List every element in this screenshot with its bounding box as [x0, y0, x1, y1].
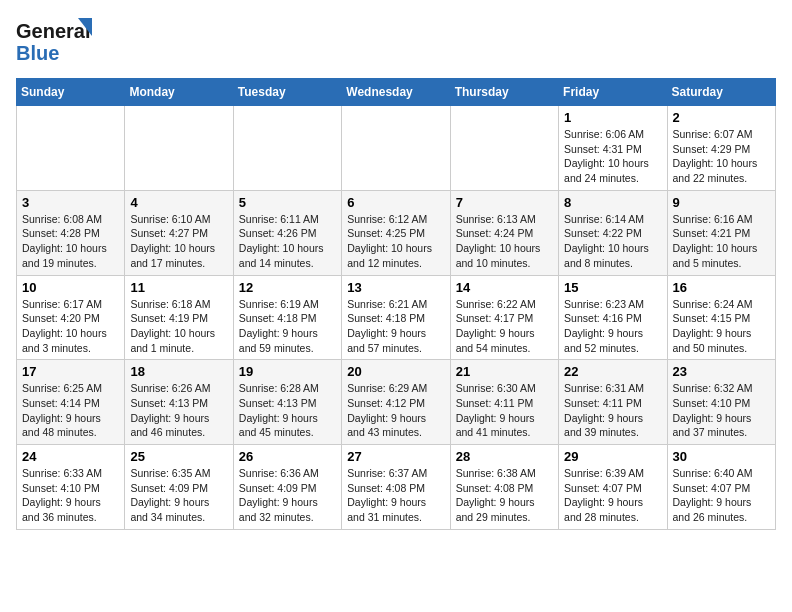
calendar-week-row: 17Sunrise: 6:25 AM Sunset: 4:14 PM Dayli…	[17, 360, 776, 445]
day-info: Sunrise: 6:29 AM Sunset: 4:12 PM Dayligh…	[347, 381, 444, 440]
day-number: 10	[22, 280, 119, 295]
calendar-cell: 11Sunrise: 6:18 AM Sunset: 4:19 PM Dayli…	[125, 275, 233, 360]
day-info: Sunrise: 6:10 AM Sunset: 4:27 PM Dayligh…	[130, 212, 227, 271]
weekday-header: Friday	[559, 79, 667, 106]
calendar-cell: 8Sunrise: 6:14 AM Sunset: 4:22 PM Daylig…	[559, 190, 667, 275]
calendar-cell	[17, 106, 125, 191]
day-number: 12	[239, 280, 336, 295]
logo: GeneralBlue	[16, 16, 96, 66]
day-number: 23	[673, 364, 770, 379]
day-info: Sunrise: 6:21 AM Sunset: 4:18 PM Dayligh…	[347, 297, 444, 356]
day-info: Sunrise: 6:31 AM Sunset: 4:11 PM Dayligh…	[564, 381, 661, 440]
day-info: Sunrise: 6:16 AM Sunset: 4:21 PM Dayligh…	[673, 212, 770, 271]
calendar-cell: 19Sunrise: 6:28 AM Sunset: 4:13 PM Dayli…	[233, 360, 341, 445]
day-number: 25	[130, 449, 227, 464]
calendar-cell: 17Sunrise: 6:25 AM Sunset: 4:14 PM Dayli…	[17, 360, 125, 445]
calendar-cell: 27Sunrise: 6:37 AM Sunset: 4:08 PM Dayli…	[342, 445, 450, 530]
calendar-cell	[125, 106, 233, 191]
calendar-cell: 13Sunrise: 6:21 AM Sunset: 4:18 PM Dayli…	[342, 275, 450, 360]
day-info: Sunrise: 6:28 AM Sunset: 4:13 PM Dayligh…	[239, 381, 336, 440]
day-info: Sunrise: 6:24 AM Sunset: 4:15 PM Dayligh…	[673, 297, 770, 356]
calendar-cell	[233, 106, 341, 191]
logo-svg: GeneralBlue	[16, 16, 96, 66]
day-info: Sunrise: 6:25 AM Sunset: 4:14 PM Dayligh…	[22, 381, 119, 440]
calendar-table: SundayMondayTuesdayWednesdayThursdayFrid…	[16, 78, 776, 530]
day-number: 29	[564, 449, 661, 464]
calendar-cell	[450, 106, 558, 191]
day-number: 6	[347, 195, 444, 210]
day-number: 21	[456, 364, 553, 379]
day-info: Sunrise: 6:23 AM Sunset: 4:16 PM Dayligh…	[564, 297, 661, 356]
calendar-cell: 3Sunrise: 6:08 AM Sunset: 4:28 PM Daylig…	[17, 190, 125, 275]
svg-text:General: General	[16, 20, 90, 42]
weekday-header: Thursday	[450, 79, 558, 106]
weekday-header: Tuesday	[233, 79, 341, 106]
calendar-cell: 29Sunrise: 6:39 AM Sunset: 4:07 PM Dayli…	[559, 445, 667, 530]
day-info: Sunrise: 6:11 AM Sunset: 4:26 PM Dayligh…	[239, 212, 336, 271]
day-info: Sunrise: 6:33 AM Sunset: 4:10 PM Dayligh…	[22, 466, 119, 525]
calendar-cell: 18Sunrise: 6:26 AM Sunset: 4:13 PM Dayli…	[125, 360, 233, 445]
day-info: Sunrise: 6:18 AM Sunset: 4:19 PM Dayligh…	[130, 297, 227, 356]
weekday-header: Monday	[125, 79, 233, 106]
day-number: 28	[456, 449, 553, 464]
day-info: Sunrise: 6:39 AM Sunset: 4:07 PM Dayligh…	[564, 466, 661, 525]
calendar-cell: 9Sunrise: 6:16 AM Sunset: 4:21 PM Daylig…	[667, 190, 775, 275]
day-number: 5	[239, 195, 336, 210]
calendar-cell: 14Sunrise: 6:22 AM Sunset: 4:17 PM Dayli…	[450, 275, 558, 360]
day-number: 19	[239, 364, 336, 379]
calendar-cell: 28Sunrise: 6:38 AM Sunset: 4:08 PM Dayli…	[450, 445, 558, 530]
calendar-cell: 25Sunrise: 6:35 AM Sunset: 4:09 PM Dayli…	[125, 445, 233, 530]
calendar-week-row: 10Sunrise: 6:17 AM Sunset: 4:20 PM Dayli…	[17, 275, 776, 360]
day-info: Sunrise: 6:13 AM Sunset: 4:24 PM Dayligh…	[456, 212, 553, 271]
day-number: 26	[239, 449, 336, 464]
calendar-cell	[342, 106, 450, 191]
calendar-cell: 30Sunrise: 6:40 AM Sunset: 4:07 PM Dayli…	[667, 445, 775, 530]
day-number: 11	[130, 280, 227, 295]
calendar-header-row: SundayMondayTuesdayWednesdayThursdayFrid…	[17, 79, 776, 106]
day-number: 22	[564, 364, 661, 379]
day-info: Sunrise: 6:36 AM Sunset: 4:09 PM Dayligh…	[239, 466, 336, 525]
day-info: Sunrise: 6:12 AM Sunset: 4:25 PM Dayligh…	[347, 212, 444, 271]
day-number: 15	[564, 280, 661, 295]
day-number: 1	[564, 110, 661, 125]
day-number: 24	[22, 449, 119, 464]
calendar-cell: 10Sunrise: 6:17 AM Sunset: 4:20 PM Dayli…	[17, 275, 125, 360]
day-info: Sunrise: 6:07 AM Sunset: 4:29 PM Dayligh…	[673, 127, 770, 186]
day-number: 18	[130, 364, 227, 379]
calendar-cell: 24Sunrise: 6:33 AM Sunset: 4:10 PM Dayli…	[17, 445, 125, 530]
calendar-cell: 2Sunrise: 6:07 AM Sunset: 4:29 PM Daylig…	[667, 106, 775, 191]
calendar-cell: 1Sunrise: 6:06 AM Sunset: 4:31 PM Daylig…	[559, 106, 667, 191]
day-number: 16	[673, 280, 770, 295]
weekday-header: Saturday	[667, 79, 775, 106]
day-number: 20	[347, 364, 444, 379]
day-info: Sunrise: 6:35 AM Sunset: 4:09 PM Dayligh…	[130, 466, 227, 525]
day-info: Sunrise: 6:32 AM Sunset: 4:10 PM Dayligh…	[673, 381, 770, 440]
calendar-cell: 7Sunrise: 6:13 AM Sunset: 4:24 PM Daylig…	[450, 190, 558, 275]
day-number: 9	[673, 195, 770, 210]
weekday-header: Sunday	[17, 79, 125, 106]
day-number: 3	[22, 195, 119, 210]
calendar-week-row: 1Sunrise: 6:06 AM Sunset: 4:31 PM Daylig…	[17, 106, 776, 191]
calendar-cell: 12Sunrise: 6:19 AM Sunset: 4:18 PM Dayli…	[233, 275, 341, 360]
day-info: Sunrise: 6:06 AM Sunset: 4:31 PM Dayligh…	[564, 127, 661, 186]
calendar-cell: 23Sunrise: 6:32 AM Sunset: 4:10 PM Dayli…	[667, 360, 775, 445]
calendar-cell: 15Sunrise: 6:23 AM Sunset: 4:16 PM Dayli…	[559, 275, 667, 360]
page-header: GeneralBlue	[16, 16, 776, 66]
calendar-week-row: 24Sunrise: 6:33 AM Sunset: 4:10 PM Dayli…	[17, 445, 776, 530]
day-info: Sunrise: 6:30 AM Sunset: 4:11 PM Dayligh…	[456, 381, 553, 440]
day-info: Sunrise: 6:40 AM Sunset: 4:07 PM Dayligh…	[673, 466, 770, 525]
weekday-header: Wednesday	[342, 79, 450, 106]
calendar-cell: 20Sunrise: 6:29 AM Sunset: 4:12 PM Dayli…	[342, 360, 450, 445]
svg-text:Blue: Blue	[16, 42, 59, 64]
calendar-cell: 16Sunrise: 6:24 AM Sunset: 4:15 PM Dayli…	[667, 275, 775, 360]
calendar-cell: 22Sunrise: 6:31 AM Sunset: 4:11 PM Dayli…	[559, 360, 667, 445]
day-number: 14	[456, 280, 553, 295]
calendar-cell: 5Sunrise: 6:11 AM Sunset: 4:26 PM Daylig…	[233, 190, 341, 275]
day-number: 27	[347, 449, 444, 464]
day-number: 4	[130, 195, 227, 210]
day-number: 13	[347, 280, 444, 295]
day-number: 2	[673, 110, 770, 125]
calendar-cell: 4Sunrise: 6:10 AM Sunset: 4:27 PM Daylig…	[125, 190, 233, 275]
day-number: 7	[456, 195, 553, 210]
day-info: Sunrise: 6:37 AM Sunset: 4:08 PM Dayligh…	[347, 466, 444, 525]
